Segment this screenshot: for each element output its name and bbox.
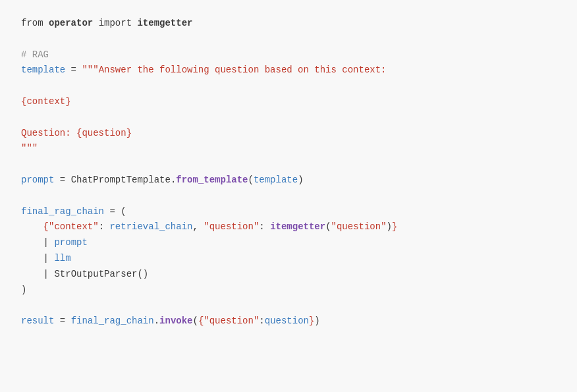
var-template: template (21, 63, 65, 78)
pipe3: | (43, 267, 55, 283)
code-final-rag-5: | StrOutputParser() (21, 267, 556, 283)
colon-inv: : (259, 314, 264, 329)
indent-pipe1 (21, 235, 43, 251)
code-final-rag-6: ) (21, 283, 556, 298)
keyword-import: import (93, 16, 137, 32)
blank-line (21, 32, 556, 47)
var-prompt: prompt (21, 173, 54, 188)
func-itemgetter2: itemgetter (270, 219, 325, 235)
indent-pipe3 (21, 267, 43, 283)
brace-inv-close: } (309, 314, 314, 329)
class-chatprompttemplate: ChatPromptTemplate (71, 173, 171, 188)
op-dot: . (171, 173, 176, 188)
op-assign: = (65, 63, 82, 78)
blank-line-3 (21, 110, 556, 126)
var-final-rag-chain: final_rag_chain (21, 204, 104, 220)
keyword-from: from (21, 16, 49, 32)
comment-rag: # RAG (21, 47, 49, 63)
str-question-arg: "question" (331, 219, 387, 235)
module-name: operator (49, 16, 93, 32)
code-template-assign: template = """Answer the following quest… (21, 63, 556, 78)
code-editor: from operator import itemgetter # RAG te… (0, 0, 577, 392)
val-retrieval-chain: retrieval_chain (109, 219, 192, 235)
brace-open: { (43, 219, 49, 235)
op-assign4: = (54, 314, 70, 329)
method-from-template: from_template (176, 173, 248, 188)
code-final-rag-2: {"context": retrieval_chain, "question":… (21, 219, 556, 235)
code-final-rag-1: final_rag_chain = ( (21, 204, 556, 220)
val-final-rag-chain2: final_rag_chain (71, 314, 154, 329)
key-context: "context" (49, 219, 99, 235)
method-invoke: invoke (159, 314, 192, 329)
pipe2: | (43, 251, 55, 267)
val-llm: llm (54, 251, 70, 267)
paren-inv-open: ( (193, 314, 198, 329)
pipe1: | (43, 235, 55, 251)
comma1: , (192, 219, 204, 235)
func-itemgetter: itemgetter (137, 16, 192, 32)
paren-close: ) (298, 173, 303, 188)
indent-pipe2 (21, 251, 43, 267)
code-question-placeholder: Question: {question} (21, 126, 556, 142)
key-question2: "question" (204, 314, 259, 329)
blank-line-6 (21, 298, 556, 314)
paren-chain-close: ) (21, 283, 26, 298)
op-assign2: = (54, 173, 70, 188)
code-triple-quote-close: """ (21, 141, 556, 157)
str-open-triple: """Answer the following question based o… (82, 63, 386, 78)
code-result: result = final_rag_chain.invoke({"questi… (21, 314, 556, 329)
colon1: : (99, 219, 110, 235)
var-result: result (21, 314, 54, 329)
class-stroutputparser: StrOutputParser (54, 267, 137, 283)
blank-line-2 (21, 78, 556, 94)
op-assign3: = ( (104, 204, 126, 220)
paren-sop: () (137, 267, 148, 283)
code-prompt-assign: prompt = ChatPromptTemplate.from_templat… (21, 173, 556, 188)
blank-line-5 (21, 188, 556, 204)
colon2: : (259, 219, 270, 235)
code-line-1: from operator import itemgetter (21, 16, 556, 32)
paren-open: ( (248, 173, 254, 188)
arg-template: template (254, 173, 298, 188)
val-question: question (265, 314, 309, 329)
code-final-rag-3: | prompt (21, 235, 556, 251)
code-context-placeholder: {context} (21, 94, 556, 110)
val-prompt: prompt (54, 235, 87, 251)
brace-close: } (392, 219, 397, 235)
str-context-placeholder: {context} (21, 94, 71, 110)
str-close-triple: """ (21, 141, 38, 157)
brace-inv-open: { (198, 314, 204, 329)
op-dot2: . (154, 314, 159, 329)
code-comment-rag: # RAG (21, 47, 556, 63)
paren-ig-open: ( (325, 219, 331, 235)
code-final-rag-4: | llm (21, 251, 556, 267)
paren-ig-close: ) (387, 219, 392, 235)
indent-spaces (21, 219, 43, 235)
str-question-label: Question: {question} (21, 126, 132, 142)
blank-line-4 (21, 157, 556, 173)
paren-inv-close: ) (314, 314, 319, 329)
key-question: "question" (204, 219, 259, 235)
